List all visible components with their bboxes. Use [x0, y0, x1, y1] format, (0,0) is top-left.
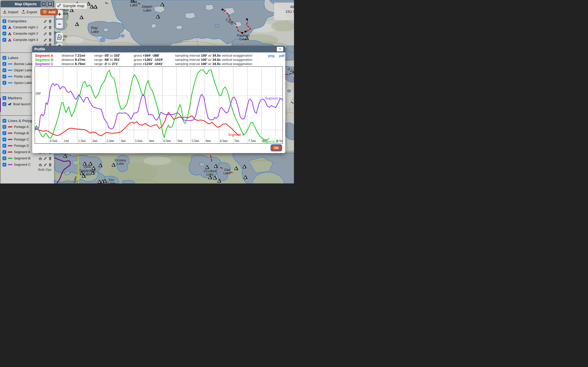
trash-icon[interactable] — [48, 19, 52, 23]
svg-text:6.5mi: 6.5mi — [220, 139, 227, 143]
export-icon — [22, 10, 25, 15]
profile-stat-row: Segment Bdistance 8.27mirange -58' to 35… — [32, 58, 285, 62]
pencil-icon[interactable] — [43, 32, 47, 35]
series-segment-a — [35, 112, 239, 136]
trash-icon[interactable] — [48, 157, 52, 160]
export-png-link[interactable]: png — [268, 54, 275, 58]
item-checkbox[interactable]: ✓ — [2, 125, 6, 129]
lake-label: Rog — [130, 0, 137, 3]
lake-label: Lake — [239, 37, 247, 41]
lake-label: Lake — [143, 8, 151, 12]
item-checkbox[interactable]: ✓ — [2, 163, 6, 167]
segment-name: Segment A — [35, 54, 62, 58]
item-label: Bonnie Lake — [14, 62, 33, 66]
item-checkbox[interactable]: ✓ — [2, 38, 6, 42]
item-checkbox[interactable]: ✓ — [2, 32, 6, 35]
item-label: Portage B — [14, 131, 29, 135]
lake-label: Lake — [84, 172, 91, 176]
item-checkbox[interactable]: ✓ — [2, 81, 6, 85]
export-pdf-link[interactable]: pdf — [279, 54, 285, 58]
item-checkbox[interactable]: ✓ — [2, 62, 6, 66]
import-button[interactable]: Import — [3, 10, 18, 15]
chart-annotation: Segment B — [262, 139, 278, 143]
zoom-out-button[interactable]: − — [56, 20, 63, 28]
item-label: Segment B — [14, 156, 30, 160]
trash-icon[interactable] — [48, 32, 52, 35]
collapse-button[interactable] — [41, 1, 46, 7]
svg-text:2.5mi: 2.5mi — [106, 139, 114, 143]
bulk-ops-button[interactable]: Bulk Ops — [1, 168, 54, 172]
profile-stats: Segment Adistance 7.21mirange -35' to 10… — [32, 53, 285, 66]
pencil-icon[interactable] — [43, 25, 47, 29]
item-checkbox[interactable]: ✓ — [2, 156, 6, 160]
dialog-titlebar[interactable]: Profile × — [32, 46, 285, 52]
svg-text:5mi: 5mi — [177, 139, 182, 143]
dialog-title: Profile — [34, 47, 45, 51]
line-color-icon — [8, 164, 12, 165]
line-color-icon — [8, 151, 12, 153]
view-3d-button[interactable]: 3D — [56, 33, 63, 42]
item-checkbox[interactable]: ✓ — [2, 131, 6, 135]
trash-icon[interactable] — [48, 38, 52, 42]
line-color-icon — [8, 76, 12, 77]
svg-text:2mi: 2mi — [92, 139, 97, 143]
segment-name: Segment C — [35, 62, 62, 66]
export-button[interactable]: Export — [22, 10, 37, 15]
coordinate-elevation: 1693 — [276, 14, 294, 18]
sample-map-button[interactable]: Sample map — [56, 3, 87, 9]
svg-text:4.5mi: 4.5mi — [163, 139, 171, 143]
item-label: Portage A — [14, 125, 28, 129]
item-checkbox[interactable]: ✓ — [2, 102, 6, 106]
pencil-icon[interactable] — [43, 38, 47, 42]
sidebar-item-campsite-night-2[interactable]: ✓Campsite night 2 — [1, 30, 54, 37]
lake-label: Paulson — [237, 33, 250, 37]
line-color-icon — [8, 82, 12, 83]
sidebar-item-campsite-night-3[interactable]: ✓Campsite night 3 — [1, 37, 54, 43]
sidebar-item-segment-b[interactable]: ✓Segment B — [1, 155, 54, 161]
app-root: RogLakeJasperLakeTickleLakeRayLakeCookCo… — [0, 0, 294, 184]
item-checkbox[interactable]: ✓ — [2, 150, 6, 154]
sidebar-item-segment-c[interactable]: ✓Segment C — [1, 161, 54, 168]
trash-icon[interactable] — [48, 163, 52, 167]
svg-text:3.5mi: 3.5mi — [135, 139, 142, 143]
item-label: Spoon Lake — [14, 81, 32, 85]
lake-label: Ray — [91, 26, 98, 30]
coordinate-lat: 48.07052 — [276, 4, 294, 9]
panel-title: Map Objects — [11, 2, 40, 6]
close-button[interactable]: × — [277, 47, 283, 51]
pencil-icon[interactable] — [43, 19, 47, 23]
chart-icon[interactable] — [38, 163, 42, 167]
mountain-3d-icon: 3D — [56, 33, 63, 41]
sample-map-label: Sample map — [63, 4, 85, 8]
tent-icon — [8, 25, 12, 29]
ok-button[interactable]: OK — [270, 144, 282, 151]
item-checkbox[interactable]: ✓ — [2, 144, 6, 148]
item-checkbox[interactable]: ✓ — [2, 68, 6, 72]
panel-header: Map Objects O — [1, 1, 54, 7]
item-checkbox[interactable]: ✓ — [2, 25, 6, 29]
boat-icon — [8, 102, 12, 106]
checkbox-lakes[interactable]: ✓ — [2, 56, 6, 60]
lake-label: Lake — [130, 3, 138, 7]
checkbox-markers[interactable]: ✓ — [2, 96, 6, 100]
chart-icon[interactable] — [38, 157, 42, 160]
group-label: Campsites — [8, 19, 26, 23]
opacity-button[interactable]: O — [47, 1, 53, 7]
item-checkbox[interactable]: ✓ — [2, 75, 6, 78]
item-label: Segment A — [14, 150, 30, 154]
checkbox-campsites[interactable]: ✓ — [2, 19, 6, 23]
add-button[interactable]: Add — [40, 9, 58, 15]
checkbox-lines-polygons[interactable]: ✓ — [2, 119, 6, 123]
svg-text:3mi: 3mi — [121, 139, 126, 143]
svg-text:1mi: 1mi — [64, 139, 69, 143]
line-color-icon — [8, 158, 12, 159]
trash-icon[interactable] — [48, 25, 52, 29]
pencil-icon[interactable] — [43, 157, 47, 160]
item-checkbox[interactable]: ✓ — [2, 138, 6, 141]
pencil-icon[interactable] — [43, 163, 47, 167]
sidebar-item-campsite-night-1[interactable]: ✓Campsite night 1 — [1, 24, 54, 30]
elevation-profile-chart: 0.5mi1mi1.5mi2mi2.5mi3mi3.5mi4mi4.5mi5mi… — [35, 67, 283, 144]
item-label: Campsite night 3 — [13, 38, 38, 42]
line-color-icon — [8, 133, 12, 134]
lake-label: Jasper — [141, 4, 152, 8]
